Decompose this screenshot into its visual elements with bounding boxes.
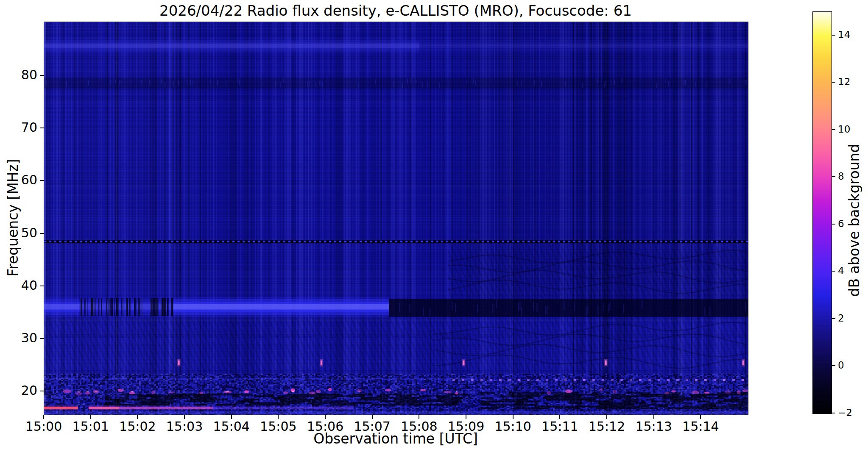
colorbar-tick-label: −2 xyxy=(838,407,852,418)
x-tick-mark xyxy=(278,415,279,419)
colorbar-label: dB above background xyxy=(846,144,862,297)
colorbar-tick-mark xyxy=(832,224,835,225)
colorbar-tick-mark xyxy=(832,129,835,130)
colorbar-tick-label: 8 xyxy=(838,171,844,182)
colorbar-tick-label: 14 xyxy=(838,29,850,40)
x-tick-mark xyxy=(513,415,514,419)
colorbar-tick-mark xyxy=(832,176,835,177)
colorbar-tick-label: 2 xyxy=(838,313,844,324)
x-tick-mark xyxy=(184,415,185,419)
x-tick-mark xyxy=(137,415,138,419)
chart-title: 2026/04/22 Radio flux density, e-CALLIST… xyxy=(44,2,748,19)
colorbar-tick-mark xyxy=(832,35,835,36)
colorbar-tick-label: 0 xyxy=(838,360,844,371)
y-tick-label: 70 xyxy=(0,120,37,135)
y-tick-mark xyxy=(40,128,44,128)
x-tick-mark xyxy=(653,415,654,419)
colorbar-tick-label: 10 xyxy=(838,124,850,135)
y-tick-mark xyxy=(40,180,44,181)
x-tick-mark xyxy=(231,415,232,419)
y-tick-mark xyxy=(40,286,44,286)
y-tick-mark xyxy=(40,233,44,234)
colorbar-tick-label: 6 xyxy=(838,218,844,229)
x-tick-mark xyxy=(325,415,326,419)
x-tick-mark xyxy=(559,415,560,419)
spectrogram-canvas xyxy=(44,22,748,415)
y-tick-label: 80 xyxy=(0,67,37,82)
colorbar-tick-mark xyxy=(832,318,835,319)
x-tick-mark xyxy=(43,415,44,419)
colorbar-tick-mark xyxy=(832,413,835,413)
y-tick-label: 30 xyxy=(0,330,37,345)
y-tick-mark xyxy=(40,338,44,339)
colorbar-tick-label: 12 xyxy=(838,76,850,87)
colorbar-tick-mark xyxy=(832,271,835,272)
x-tick-mark xyxy=(90,415,91,419)
colorbar xyxy=(812,11,832,414)
y-tick-mark xyxy=(40,391,44,391)
colorbar-tick-mark xyxy=(832,365,835,366)
spectrogram-plot xyxy=(44,22,748,415)
x-tick-mark xyxy=(372,415,373,419)
y-tick-label: 20 xyxy=(0,383,37,398)
y-tick-label: 40 xyxy=(0,278,37,293)
x-tick-mark xyxy=(700,415,701,419)
x-tick-mark xyxy=(466,415,466,419)
x-tick-label: 15:14 xyxy=(667,419,734,434)
y-tick-mark xyxy=(40,75,44,76)
spectrogram-figure: 2026/04/22 Radio flux density, e-CALLIST… xyxy=(0,0,868,452)
x-tick-mark xyxy=(606,415,607,419)
colorbar-tick-label: 4 xyxy=(838,265,844,276)
y-tick-label: 60 xyxy=(0,172,37,187)
colorbar-tick-mark xyxy=(832,82,835,83)
x-tick-mark xyxy=(419,415,419,419)
y-tick-label: 50 xyxy=(0,225,37,240)
